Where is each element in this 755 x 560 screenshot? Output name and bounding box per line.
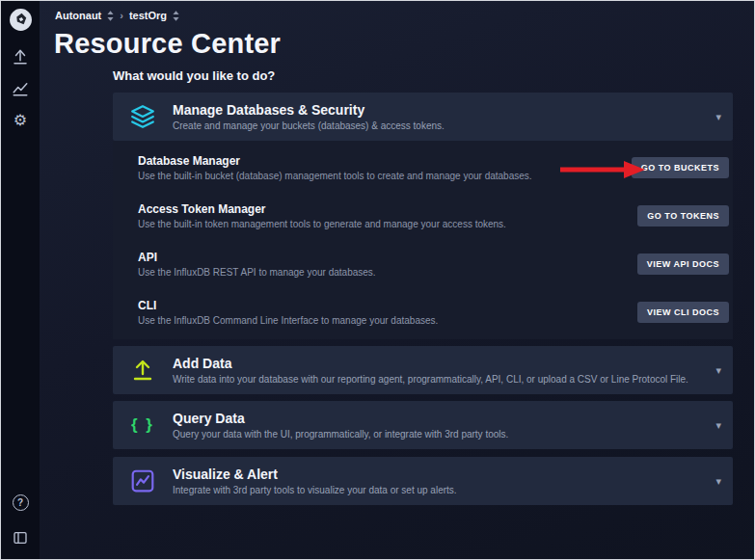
data-explorer-graph-icon[interactable] (11, 79, 30, 98)
main-area: Autonaut › testOrg Resource Center What … (40, 1, 754, 559)
panel-title: Manage Databases & Security (173, 102, 704, 118)
item-description: Use the built-in token management tools … (138, 219, 618, 229)
panel-header-manage-databases[interactable]: Manage Databases & Security Create and m… (113, 93, 733, 141)
sidebar-bottom: ? (11, 494, 30, 547)
item-description: Use the InfluxDB Command Line Interface … (138, 315, 618, 326)
sidebar-expand-icon[interactable] (11, 528, 30, 547)
item-database-manager: Database Manager Use the built-in bucket… (113, 144, 733, 192)
chevron-down-icon[interactable]: ▾ (715, 364, 721, 377)
layers-icon (113, 104, 173, 129)
view-api-docs-button[interactable]: VIEW API DOCS (637, 253, 729, 275)
chevron-updown-icon[interactable] (173, 11, 179, 21)
panel-description: Write data into your database with our r… (173, 374, 704, 385)
chevron-down-icon[interactable]: ▾ (715, 475, 721, 488)
item-cli: CLI Use the InfluxDB Command Line Interf… (113, 288, 733, 336)
item-access-token-manager: Access Token Manager Use the built-in to… (113, 192, 733, 240)
panel-header-visualize-alert[interactable]: Visualize & Alert Integrate with 3rd par… (113, 457, 733, 505)
sidebar: ⚙ ? (1, 1, 40, 559)
page-subtitle: What would you like to do? (113, 68, 733, 83)
chevron-down-icon[interactable]: ▾ (715, 419, 721, 432)
panel-title: Visualize & Alert (173, 467, 704, 482)
help-glyph: ? (17, 497, 23, 508)
upload-icon (113, 359, 173, 382)
curly-braces-icon: { } (113, 415, 173, 435)
page-title: Resource Center (54, 28, 754, 60)
panel-title: Add Data (173, 356, 704, 371)
breadcrumb-org[interactable]: Autonaut (55, 10, 101, 21)
item-title: Database Manager (138, 154, 612, 168)
view-cli-docs-button[interactable]: VIEW CLI DOCS (637, 302, 729, 323)
item-title: Access Token Manager (138, 202, 618, 216)
panel-items: Database Manager Use the built-in bucket… (113, 141, 733, 339)
influxdb-logo[interactable] (9, 8, 33, 32)
breadcrumb-project[interactable]: testOrg (129, 10, 167, 21)
go-to-tokens-button[interactable]: GO TO TOKENS (637, 205, 729, 227)
panel-manage-databases: Manage Databases & Security Create and m… (113, 93, 733, 339)
item-api: API Use the InfluxDB REST API to manage … (113, 240, 733, 288)
item-title: API (138, 251, 618, 264)
panel-description: Create and manage your buckets (database… (173, 120, 704, 131)
item-description: Use the InfluxDB REST API to manage your… (138, 267, 618, 278)
go-to-buckets-button[interactable]: GO TO BUCKETS (632, 157, 729, 178)
settings-gear-icon[interactable]: ⚙ (11, 111, 30, 130)
upload-data-icon[interactable] (11, 47, 30, 67)
breadcrumb: Autonaut › testOrg (40, 1, 754, 26)
help-icon[interactable]: ? (13, 494, 29, 511)
item-description: Use the built-in bucket (database) manag… (138, 171, 612, 181)
line-chart-icon (113, 468, 173, 493)
chevron-updown-icon[interactable] (107, 11, 114, 21)
panel-title: Query Data (173, 411, 704, 426)
item-title: CLI (138, 299, 618, 312)
panel-header-add-data[interactable]: Add Data Write data into your database w… (113, 346, 733, 394)
panel-description: Query your data with the UI, programmati… (173, 429, 704, 440)
sidebar-nav: ⚙ (11, 47, 30, 130)
panel-header-query-data[interactable]: { } Query Data Query your data with the … (113, 401, 733, 449)
breadcrumb-separator-icon: › (120, 10, 123, 21)
chevron-down-icon[interactable]: ▾ (715, 111, 721, 123)
panel-description: Integrate with 3rd party tools to visual… (173, 485, 704, 495)
resource-center-content: What would you like to do? Manage Databa… (113, 68, 733, 505)
